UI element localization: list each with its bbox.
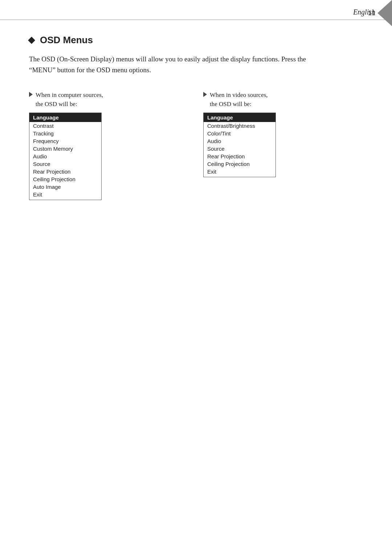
computer-sources-line1: When in computer sources,: [36, 92, 103, 98]
computer-sources-text: When in computer sources, the OSD will b…: [36, 90, 103, 109]
list-item: Custom Memory: [29, 145, 101, 153]
list-item: Color/Tint: [204, 130, 275, 137]
main-content: OSD Menus The OSD (On-Screen Display) me…: [0, 20, 392, 215]
list-item: Ceiling Projection: [204, 160, 275, 168]
arrow-bullet-icon-right: [203, 92, 207, 97]
video-sources-line1: When in video sources,: [210, 92, 268, 98]
video-sources-line2: the OSD will be:: [210, 101, 252, 107]
section-title: OSD Menus: [29, 34, 363, 46]
video-osd-menu: Language Contrast/Brightness Color/Tint …: [203, 113, 276, 177]
list-item: Frequency: [29, 137, 101, 145]
computer-sources-line2: the OSD will be:: [36, 101, 77, 107]
computer-osd-menu: Language Contrast Tracking Frequency Cus…: [29, 113, 102, 200]
list-item: Rear Projection: [204, 153, 275, 160]
video-sources-label: When in video sources, the OSD will be:: [203, 90, 363, 109]
list-item: Audio: [204, 137, 275, 145]
list-item: Rear Projection: [29, 168, 101, 175]
intro-paragraph: The OSD (On-Screen Display) menus will a…: [29, 54, 327, 76]
video-sources-column: When in video sources, the OSD will be: …: [203, 90, 363, 177]
language-label: English: [353, 8, 375, 16]
page-header: 11 English: [0, 0, 392, 20]
arrow-bullet-icon-left: [29, 92, 33, 97]
list-item: Contrast: [29, 122, 101, 130]
triangle-decoration: [377, 0, 392, 26]
computer-sources-label: When in computer sources, the OSD will b…: [29, 90, 189, 109]
list-item: Source: [204, 145, 275, 153]
video-sources-text: When in video sources, the OSD will be:: [210, 90, 268, 109]
list-item: Source: [29, 160, 101, 168]
section-title-text: OSD Menus: [40, 34, 93, 46]
list-item: Auto Image: [29, 183, 101, 191]
list-item: Ceiling Projection: [29, 175, 101, 183]
computer-sources-column: When in computer sources, the OSD will b…: [29, 90, 189, 200]
list-item: Exit: [204, 168, 275, 177]
list-item: Audio: [29, 153, 101, 160]
video-menu-header: Language: [204, 113, 275, 122]
list-item: Contrast/Brightness: [204, 122, 275, 130]
computer-menu-header: Language: [29, 113, 101, 122]
columns-container: When in computer sources, the OSD will b…: [29, 90, 363, 200]
diamond-bullet-icon: [28, 37, 35, 44]
header-line: [0, 20, 392, 20]
list-item: Exit: [29, 191, 101, 200]
list-item: Tracking: [29, 130, 101, 137]
